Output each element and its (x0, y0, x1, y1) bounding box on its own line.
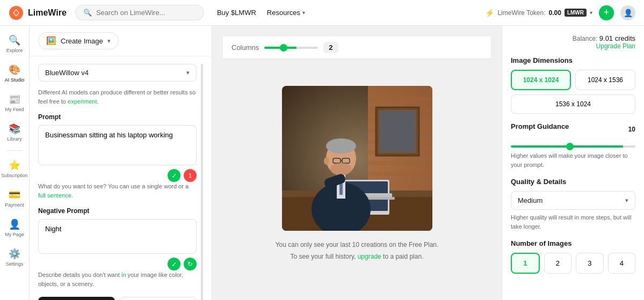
guidance-slider[interactable] (511, 145, 635, 148)
sidebar-ai-studio-label: AI Studio (5, 77, 25, 83)
right-panel: Balance: 9.01 credits Upgrade Plan Image… (502, 26, 644, 300)
dimensions-title: Image Dimensions (511, 56, 635, 64)
columns-label: Columns (231, 43, 259, 52)
sidebar-item-explore[interactable]: 🔍 Explore (0, 30, 29, 57)
prompt-textarea[interactable]: <span class="prompt-underline">Businessm… (38, 125, 197, 165)
create-image-button[interactable]: 🖼️ Create Image ▾ (38, 32, 119, 49)
sidebar-my-feed-label: My Feed (5, 107, 24, 112)
image-caption: You can only see your last 10 creations … (276, 239, 439, 262)
columns-slider[interactable] (264, 47, 318, 49)
nav-buy[interactable]: Buy $LMWR (217, 9, 256, 17)
sidebar-item-subscription[interactable]: ⭐ Subscription (0, 155, 29, 182)
guidance-title: Prompt Guidance (511, 122, 569, 130)
payment-icon: 💳 (9, 189, 20, 201)
neg-refresh-button[interactable]: ↻ (184, 258, 197, 270)
create-image-label: Create Image (61, 37, 103, 45)
num-3-button[interactable]: 3 (576, 253, 604, 274)
quality-select[interactable]: Medium ▾ (511, 191, 635, 210)
svg-rect-9 (368, 161, 432, 165)
num-2-button[interactable]: 2 (544, 253, 572, 274)
num-images-grid: 1 2 3 4 (511, 253, 635, 274)
left-panel: 🖼️ Create Image ▾ BlueWillow v4 ▾ (30, 26, 212, 300)
full-sentence-link[interactable]: full sentence (38, 192, 71, 199)
neg-hint-text1: Describe details you don't want (38, 272, 121, 278)
search-input[interactable] (96, 9, 196, 17)
scroll-indicator[interactable] (201, 64, 203, 300)
logo-icon (9, 5, 24, 20)
neg-prompt-label: Negative Prompt (38, 207, 197, 215)
model-select[interactable]: BlueWillow v4 ▾ (38, 64, 197, 82)
model-hint-link[interactable]: experiment (68, 98, 97, 105)
sidebar-item-ai-studio[interactable]: 🎨 AI Studio (0, 60, 29, 87)
token-chevron-icon[interactable]: ▾ (590, 10, 592, 16)
upgrade-link[interactable]: upgrade (358, 253, 381, 260)
logo[interactable]: LimeWire (9, 5, 67, 20)
caption-prefix: To see your full history, (291, 253, 358, 260)
neg-hint-link[interactable]: in (121, 272, 126, 278)
num-4-button[interactable]: 4 (608, 253, 636, 274)
dimensions-grid: 1024 x 1024 1024 x 1536 (511, 70, 635, 90)
prompt-wrapper: <span class="prompt-underline">Businessm… (38, 125, 197, 182)
quality-section: Quality & Details Medium ▾ Higher qualit… (511, 178, 635, 231)
dim-1024x1024-button[interactable]: 1024 x 1024 (511, 70, 571, 90)
svg-point-30 (330, 163, 352, 175)
nav-resources-wrapper[interactable]: Resources ▾ (267, 9, 305, 17)
sidebar-item-my-page[interactable]: 👤 My Page (0, 214, 29, 242)
my-feed-icon: 📰 (9, 93, 20, 105)
guidance-hint: Higher values will make your image close… (511, 151, 635, 169)
sidebar-item-library[interactable]: 📚 Library (0, 119, 29, 146)
app-container: LimeWire 🔍 Buy $LMWR Resources ▾ ⚡ LimeW… (0, 0, 644, 300)
columns-row: Columns 2 (223, 36, 491, 59)
quality-chevron-icon: ▾ (625, 197, 628, 204)
neg-accept-button[interactable]: ✓ (168, 258, 180, 270)
center-panel: Columns 2 (212, 26, 502, 300)
prompt-reject-button[interactable]: 1 (184, 169, 197, 182)
bolt-icon: ⚡ (485, 9, 494, 17)
neg-prompt-textarea[interactable]: Night (38, 219, 197, 254)
sidebar-payment-label: Payment (5, 202, 24, 208)
sidebar-item-my-feed[interactable]: 📰 My Feed (0, 89, 29, 116)
svg-point-25 (326, 138, 356, 153)
svg-rect-10 (368, 172, 432, 176)
lmwr-button[interactable]: LMWR save 20% (119, 297, 197, 300)
dim-1536x1024-button[interactable]: 1536 x 1024 (511, 94, 635, 114)
token-label: LimeWire Token: (497, 9, 545, 17)
search-bar[interactable]: 🔍 (75, 5, 204, 20)
svg-rect-13 (380, 111, 415, 152)
token-amount: 0.00 (549, 9, 561, 17)
model-hint: Different AI models can produce differen… (38, 88, 197, 106)
num-images-section: Number of Images 1 2 3 4 (511, 239, 635, 274)
prompt-accept-button[interactable]: ✓ (168, 169, 180, 182)
num-1-button[interactable]: 1 (511, 253, 540, 274)
sidebar-my-page-label: My Page (5, 232, 24, 237)
generated-image (282, 86, 432, 231)
dim-1024x1536-button[interactable]: 1024 x 1536 (575, 70, 635, 90)
balance-label: Balance: (573, 35, 599, 42)
upgrade-plan-link[interactable]: Upgrade Plan (511, 42, 635, 50)
quality-hint: Higher quality will result in more steps… (511, 213, 635, 231)
sidebar-settings-label: Settings (6, 261, 24, 267)
model-chevron-icon: ▾ (186, 69, 190, 76)
sidebar-item-settings[interactable]: ⚙️ Settings (0, 244, 29, 271)
sidebar-item-payment[interactable]: 💳 Payment (0, 185, 29, 212)
token-info: ⚡ LimeWire Token: 0.00 LMWR ▾ (485, 9, 592, 17)
subscription-icon: ⭐ (9, 159, 20, 171)
payment-row: Credits LMWR save 20% (38, 297, 197, 300)
header: LimeWire 🔍 Buy $LMWR Resources ▾ ⚡ LimeW… (0, 0, 644, 26)
avatar-button[interactable]: 👤 (620, 5, 635, 20)
guidance-value: 10 (628, 126, 635, 133)
add-button[interactable]: + (599, 5, 614, 20)
settings-icon: ⚙️ (9, 248, 20, 260)
balance-amount: 9.01 credits (599, 34, 635, 42)
create-image-chevron-icon: ▾ (107, 38, 111, 45)
prompt-hint: What do you want to see? You can use a s… (38, 182, 197, 200)
image-container: You can only see your last 10 creations … (276, 59, 439, 289)
model-hint-text: Different AI models can produce differen… (38, 89, 196, 105)
main: 🔍 Explore 🎨 AI Studio 📰 My Feed 📚 Librar… (0, 26, 644, 300)
left-panel-header: 🖼️ Create Image ▾ (30, 26, 212, 56)
create-image-icon: 🖼️ (46, 36, 56, 46)
num-images-title: Number of Images (511, 239, 635, 247)
credits-button[interactable]: Credits (38, 297, 115, 300)
quality-title: Quality & Details (511, 178, 635, 186)
caption-line1: You can only see your last 10 creations … (276, 239, 439, 251)
